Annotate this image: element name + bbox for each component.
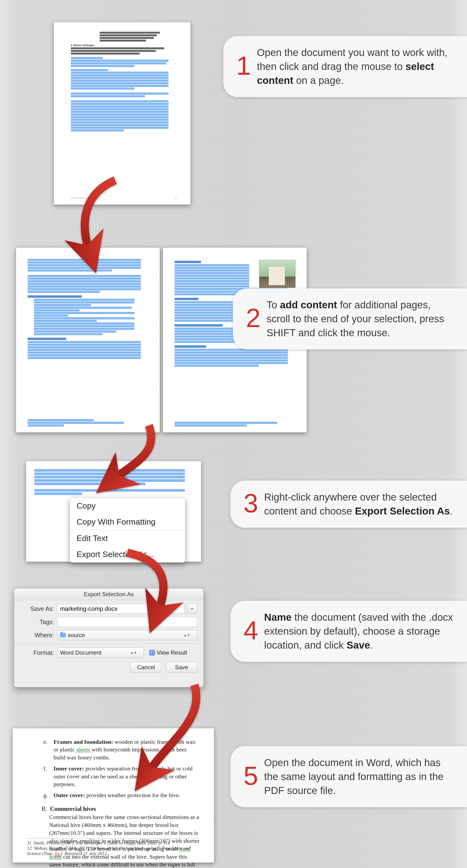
menu-item-copy-with-formatting[interactable]: Copy With Formatting bbox=[70, 514, 185, 530]
doc-subhead bbox=[174, 345, 206, 348]
tags-label: Tags: bbox=[21, 619, 54, 625]
item-heading: Outer cover: bbox=[54, 792, 85, 798]
list-letter: f. bbox=[43, 765, 47, 772]
doc-footer bbox=[174, 421, 295, 427]
step2-text: To add content for additional pages, scr… bbox=[267, 298, 456, 340]
updown-icon: ▲▼ bbox=[130, 651, 137, 655]
format-label: Format: bbox=[21, 649, 54, 656]
view-result-checkbox[interactable]: View Result bbox=[149, 649, 187, 656]
where-dropdown[interactable]: source ▲▼ bbox=[57, 630, 197, 640]
step1-document-page: II. Market challenges © 2014 Beehive Sup… bbox=[54, 22, 191, 205]
arrow-step1-to-2 bbox=[72, 178, 134, 265]
beehive-photo-hive bbox=[269, 267, 285, 285]
list-letter: e. bbox=[43, 738, 47, 746]
menu-item-edit-text[interactable]: Edit Text bbox=[70, 530, 185, 546]
format-value: Word Document bbox=[60, 649, 102, 656]
grammar-underline: sheets bbox=[76, 746, 91, 753]
save-button[interactable]: Save bbox=[166, 662, 197, 673]
where-value: source bbox=[68, 632, 85, 639]
step2-callout: 2 To add content for additional pages, s… bbox=[233, 288, 467, 349]
footnotes: 11 Smith, Preston (2007). The Beekeeper'… bbox=[27, 838, 200, 856]
arrow-step2-to-3 bbox=[101, 423, 163, 491]
list-letter: g. bbox=[43, 791, 48, 799]
doc-subhead bbox=[174, 324, 223, 327]
step4-callout: 4 Name the document (saved with the .doc… bbox=[231, 601, 467, 662]
menu-item-copy[interactable]: Copy bbox=[70, 498, 185, 514]
view-result-label: View Result bbox=[157, 649, 187, 656]
expand-dialog-button[interactable] bbox=[187, 604, 197, 614]
format-dropdown[interactable]: Word Document ▲▼ bbox=[57, 648, 144, 658]
where-label: Where: bbox=[21, 632, 54, 639]
step3-callout: 3 Right-click anywhere over the selected… bbox=[231, 480, 467, 528]
step4-text: Name the document (saved with the .docx … bbox=[264, 610, 456, 652]
doc-subhead bbox=[174, 261, 201, 263]
checkbox-icon bbox=[149, 650, 155, 656]
doc-subhead bbox=[174, 298, 199, 300]
folder-icon bbox=[60, 633, 66, 637]
doc-subhead bbox=[28, 338, 66, 340]
step1-number: 1 bbox=[236, 52, 251, 79]
doc-heading: II. Market challenges bbox=[71, 44, 177, 46]
step1-text: Open the document you want to work with,… bbox=[257, 46, 456, 88]
step1-callout: 1 Open the document you want to work wit… bbox=[223, 36, 467, 97]
arrow-step4-to-5 bbox=[134, 682, 211, 782]
step3-text: Right-click anywhere over the selected c… bbox=[264, 490, 456, 518]
save-as-label: Save As: bbox=[21, 605, 54, 612]
section-heading: Commercial hives bbox=[50, 806, 96, 812]
doc-subhead bbox=[28, 295, 82, 298]
step5-callout: 5 Open the document in Word, which has t… bbox=[231, 746, 467, 807]
item-heading: Inner cover: bbox=[54, 765, 84, 772]
arrow-step3-to-4 bbox=[120, 550, 182, 621]
list-letter: B. bbox=[41, 806, 47, 812]
step4-number: 4 bbox=[243, 617, 258, 644]
step2-left-page bbox=[16, 248, 160, 433]
step5-number: 5 bbox=[243, 763, 258, 789]
cancel-button[interactable]: Cancel bbox=[130, 662, 162, 673]
step2-number: 2 bbox=[246, 305, 261, 331]
doc-footer-page: 12 bbox=[175, 197, 177, 199]
step3-number: 3 bbox=[243, 490, 258, 517]
step5-text: Open the document in Word, which has the… bbox=[264, 756, 456, 798]
chevron-down-icon bbox=[190, 607, 194, 610]
item-heading: Frames and foundation: bbox=[54, 739, 113, 745]
updown-icon: ▲▼ bbox=[184, 633, 190, 637]
